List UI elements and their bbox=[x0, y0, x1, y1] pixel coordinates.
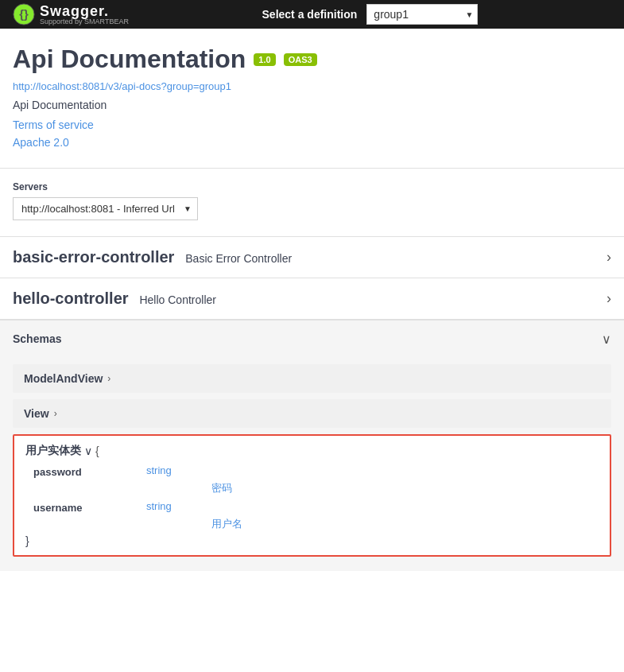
api-description: Api Documentation bbox=[13, 99, 611, 111]
terms-of-service-link[interactable]: Terms of service bbox=[13, 116, 611, 134]
schemas-section: Schemas ∨ ModelAndView › View › 用户实体类 ∨ … bbox=[0, 320, 624, 571]
username-desc-row: 用户名 bbox=[33, 517, 599, 531]
model-and-view-chevron: › bbox=[107, 373, 110, 384]
username-field-name: username bbox=[33, 500, 145, 514]
schemas-header[interactable]: Schemas ∨ bbox=[0, 320, 624, 358]
password-field-row: password string bbox=[33, 464, 599, 478]
api-title: Api Documentation bbox=[13, 45, 246, 74]
entity-open-brace: { bbox=[95, 445, 99, 457]
hello-controller-desc: Hello Controller bbox=[139, 293, 215, 306]
oas-badge: OAS3 bbox=[284, 53, 317, 66]
api-title-row: Api Documentation 1.0 OAS3 bbox=[13, 45, 611, 74]
model-and-view-name: ModelAndView bbox=[24, 372, 103, 385]
servers-section: Servers http://localhost:8081 - Inferred… bbox=[0, 169, 624, 237]
password-desc-row: 密码 bbox=[33, 481, 599, 495]
swagger-logo-icon: {} bbox=[13, 3, 35, 25]
entity-body: password string 密码 username string 用户名 bbox=[25, 464, 599, 531]
view-schema-chevron: › bbox=[54, 408, 57, 419]
logo: {} Swagger. Supported by SMARTBEAR bbox=[13, 3, 129, 25]
model-and-view-schema: ModelAndView › bbox=[13, 364, 611, 393]
schemas-chevron-icon: ∨ bbox=[602, 332, 611, 347]
logo-sub: Supported by SMARTBEAR bbox=[40, 18, 129, 25]
select-definition-label: Select a definition bbox=[262, 8, 358, 21]
entity-name: 用户实体类 bbox=[25, 444, 81, 458]
hello-controller-section: hello-controller Hello Controller › bbox=[0, 278, 624, 320]
basic-error-controller-desc: Basic Error Controller bbox=[185, 252, 292, 265]
username-field-desc: 用户名 bbox=[211, 517, 599, 531]
hello-controller-row[interactable]: hello-controller Hello Controller › bbox=[0, 278, 624, 319]
definition-select[interactable]: group1 bbox=[366, 4, 478, 25]
api-info-section: Api Documentation 1.0 OAS3 http://localh… bbox=[0, 29, 624, 169]
basic-error-controller-name: basic-error-controller bbox=[13, 248, 174, 266]
version-badge: 1.0 bbox=[254, 53, 275, 66]
username-field-row: username string bbox=[33, 500, 599, 514]
basic-error-controller-chevron: › bbox=[607, 249, 611, 266]
hello-controller-chevron: › bbox=[607, 290, 611, 307]
entity-expand-icon[interactable]: ∨ bbox=[84, 445, 92, 457]
api-url-link[interactable]: http://localhost:8081/v3/api-docs?group=… bbox=[13, 80, 611, 92]
schemas-title: Schemas bbox=[13, 332, 61, 345]
svg-text:{}: {} bbox=[19, 7, 29, 21]
servers-label: Servers bbox=[13, 181, 611, 192]
app-header: {} Swagger. Supported by SMARTBEAR Selec… bbox=[0, 0, 624, 29]
entity-close-brace: } bbox=[25, 534, 599, 547]
password-field-name: password bbox=[33, 464, 145, 478]
hello-controller-name: hello-controller bbox=[13, 289, 129, 307]
definition-select-wrapper[interactable]: group1 bbox=[366, 4, 478, 25]
schema-bottom-spacer bbox=[0, 563, 624, 571]
view-schema-name: View bbox=[24, 407, 49, 420]
view-schema: View › bbox=[13, 399, 611, 428]
basic-error-controller-section: basic-error-controller Basic Error Contr… bbox=[0, 237, 624, 278]
password-field-desc: 密码 bbox=[211, 481, 599, 495]
servers-select[interactable]: http://localhost:8081 - Inferred Url bbox=[13, 197, 198, 220]
password-field-type: string bbox=[146, 464, 210, 476]
license-link[interactable]: Apache 2.0 bbox=[13, 134, 611, 151]
user-entity-schema: 用户实体类 ∨ { password string 密码 username st… bbox=[13, 434, 611, 557]
username-field-type: string bbox=[146, 500, 210, 512]
servers-select-wrapper[interactable]: http://localhost:8081 - Inferred Url bbox=[13, 197, 198, 220]
definition-selector-area: Select a definition group1 bbox=[129, 4, 611, 25]
basic-error-controller-row[interactable]: basic-error-controller Basic Error Contr… bbox=[0, 237, 624, 278]
